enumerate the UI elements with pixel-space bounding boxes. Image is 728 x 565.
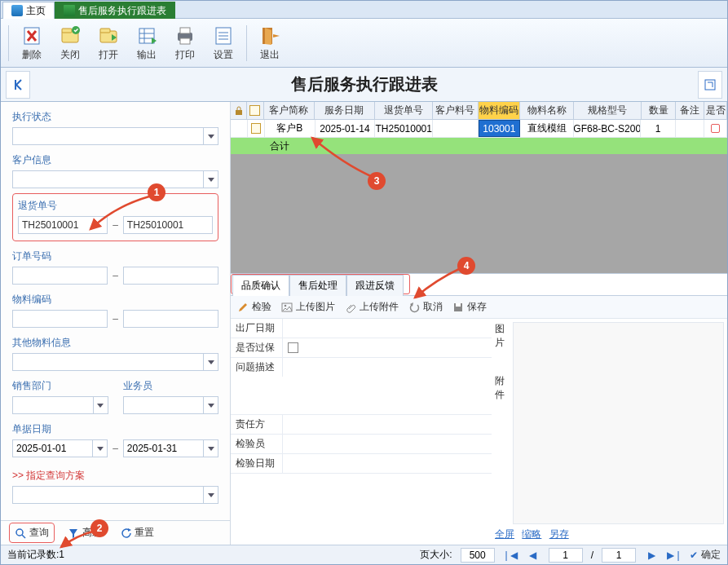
return-no-from-input[interactable]: TH25010001 xyxy=(18,216,108,234)
detail-panel: 检验 上传图片 上传附件 取消 保存 出厂日期 是否过保 问题描述 责任方 检验… xyxy=(231,295,727,545)
chevron-down-icon[interactable] xyxy=(203,354,218,370)
col-return-no[interactable]: 退货单号 xyxy=(375,102,434,119)
cancel-button[interactable]: 取消 xyxy=(408,300,443,314)
cell-customer: 客户B xyxy=(265,120,315,137)
chevron-down-icon[interactable] xyxy=(203,128,218,144)
svg-rect-22 xyxy=(705,80,715,90)
col-customer[interactable]: 客户简称 xyxy=(264,102,315,119)
image-preview-box[interactable] xyxy=(513,322,724,524)
tab-sheet[interactable]: 售后服务执行跟进表 xyxy=(55,2,175,19)
exec-status-combo[interactable] xyxy=(12,127,218,145)
page-size-input[interactable] xyxy=(461,548,495,563)
cell-qty: 1 xyxy=(641,120,675,137)
export-button[interactable]: 输出 xyxy=(129,22,165,64)
col-cust-part[interactable]: 客户料号 xyxy=(433,102,478,119)
fullscreen-link[interactable]: 全屏 xyxy=(495,528,514,540)
query-scheme-combo[interactable] xyxy=(12,486,218,504)
order-no-from-input[interactable] xyxy=(12,267,108,285)
other-material-combo[interactable] xyxy=(12,353,218,371)
tab-followup[interactable]: 跟进反馈 xyxy=(346,275,404,296)
open-button[interactable]: 打开 xyxy=(90,22,126,64)
print-button[interactable]: 打印 xyxy=(167,22,203,64)
detail-form: 出厂日期 是否过保 问题描述 责任方 检验员 检验日期 xyxy=(231,319,492,545)
page-total xyxy=(602,548,636,563)
cell-material-code[interactable]: 103001 xyxy=(479,120,521,137)
material-code-from-input[interactable] xyxy=(12,310,108,328)
exit-button[interactable]: 退出 xyxy=(252,22,288,64)
svg-rect-13 xyxy=(180,28,190,33)
bill-date-to-input[interactable]: 2025-01-31 xyxy=(123,439,218,457)
page-current-input[interactable] xyxy=(549,548,583,563)
filter-sidebar: 执行状态 客户信息 退货单号 TH25010001 – TH25010001 订… xyxy=(1,102,231,545)
col-spec[interactable]: 规格型号 xyxy=(574,102,642,119)
pager-next[interactable]: ▶ xyxy=(644,548,659,563)
col-isflag[interactable]: 是否 xyxy=(704,102,727,119)
col-qty[interactable]: 数量 xyxy=(642,102,676,119)
settings-button[interactable]: 设置 xyxy=(205,22,241,64)
bill-date-from-input[interactable]: 2025-01-01 xyxy=(12,439,108,457)
col-material-code[interactable]: 物料编码 xyxy=(479,102,521,119)
sales-dept-combo[interactable] xyxy=(12,396,108,414)
col-remark[interactable]: 备注 xyxy=(676,102,704,119)
confirm-button[interactable]: ✔ 确定 xyxy=(690,548,721,562)
inspect-date-label: 检验日期 xyxy=(231,454,283,473)
customer-info-combo[interactable] xyxy=(12,170,218,188)
query-button[interactable]: 查询 xyxy=(9,523,55,543)
problem-desc-value[interactable] xyxy=(283,358,492,361)
saveas-link[interactable]: 另存 xyxy=(549,528,569,540)
delete-button[interactable]: 删除 xyxy=(14,22,50,64)
inspect-date-value[interactable] xyxy=(283,454,492,473)
cell-isflag[interactable] xyxy=(704,120,727,137)
nav-first-button[interactable] xyxy=(6,71,30,99)
separator xyxy=(246,25,247,61)
chevron-down-icon[interactable] xyxy=(203,397,218,413)
reset-icon xyxy=(120,527,131,539)
total-label: 合计 xyxy=(267,138,322,154)
ship-date-value[interactable] xyxy=(283,319,492,338)
cell-material-name: 直线模组 xyxy=(520,120,574,137)
bill-date-label: 单据日期 xyxy=(12,422,218,436)
tab-aftersales[interactable]: 售后处理 xyxy=(289,275,346,296)
inspector-label: 检验员 xyxy=(231,435,283,453)
col-material-name[interactable]: 物料名称 xyxy=(520,102,574,119)
chevron-down-icon[interactable] xyxy=(93,397,108,413)
save-button[interactable]: 保存 xyxy=(452,300,487,314)
over-warranty-checkbox[interactable] xyxy=(288,342,298,353)
salesman-combo[interactable] xyxy=(123,396,219,414)
search-icon xyxy=(15,527,26,539)
order-no-to-input[interactable] xyxy=(123,267,218,285)
annotation-badge-3: 3 xyxy=(368,172,386,190)
close-button[interactable]: 关闭 xyxy=(52,22,88,64)
tab-home[interactable]: 主页 xyxy=(2,2,55,19)
thumbnail-link[interactable]: 缩略 xyxy=(522,528,541,540)
filter-icon xyxy=(68,527,79,539)
inspect-button[interactable]: 检验 xyxy=(237,300,271,314)
chevron-down-icon[interactable] xyxy=(203,171,218,188)
responsible-value[interactable] xyxy=(283,415,492,434)
return-no-to-input[interactable]: TH25010001 xyxy=(123,216,213,234)
chevron-down-icon[interactable] xyxy=(203,487,218,503)
reset-button[interactable]: 重置 xyxy=(115,523,159,542)
pager-last[interactable]: ▶❘ xyxy=(667,548,682,563)
cell-remark xyxy=(676,120,704,137)
inspector-value[interactable] xyxy=(283,435,492,453)
upload-attach-button[interactable]: 上传附件 xyxy=(345,300,399,314)
pencil-icon xyxy=(237,302,249,313)
ship-date-label: 出厂日期 xyxy=(231,319,283,338)
upload-image-button[interactable]: 上传图片 xyxy=(281,300,335,314)
page-title: 售后服务执行跟进表 xyxy=(30,73,698,95)
annotation-badge-4: 4 xyxy=(457,257,475,275)
table-row[interactable]: 客户B 2025-01-14 TH25010001 103001 直线模组 GF… xyxy=(231,120,727,138)
home-icon xyxy=(11,5,23,16)
nav-expand-button[interactable] xyxy=(698,71,722,99)
tab-quality[interactable]: 品质确认 xyxy=(232,275,289,296)
pager-first[interactable]: ❘◀ xyxy=(503,548,518,563)
chevron-down-icon[interactable] xyxy=(92,440,107,457)
pager-prev[interactable]: ◀ xyxy=(526,548,540,563)
cell-service-date: 2025-01-14 xyxy=(315,120,375,137)
chevron-down-icon[interactable] xyxy=(203,440,218,457)
grid-header: 客户简称 服务日期 退货单号 客户料号 物料编码 物料名称 规格型号 数量 备注… xyxy=(231,102,727,120)
check-col[interactable] xyxy=(247,102,263,119)
col-service-date[interactable]: 服务日期 xyxy=(315,102,375,119)
material-code-to-input[interactable] xyxy=(123,310,218,328)
